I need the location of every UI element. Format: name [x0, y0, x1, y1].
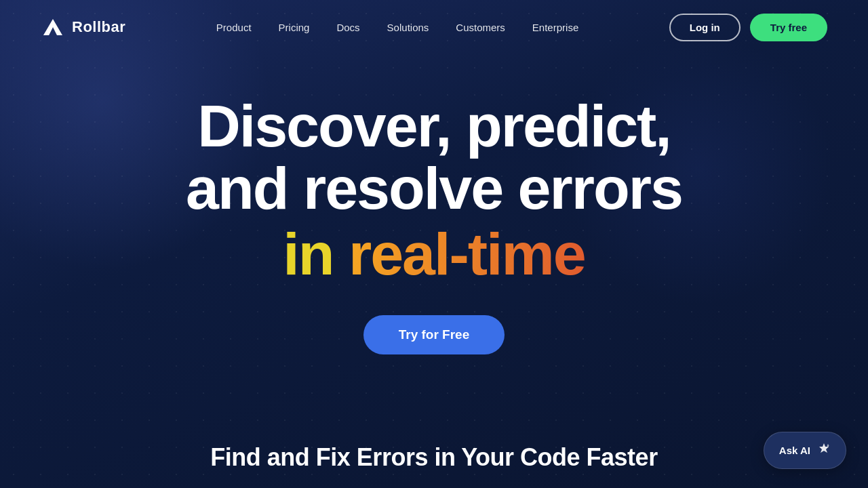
nav-link-docs[interactable]: Docs [326, 16, 370, 39]
ask-ai-label: Ask AI [779, 445, 810, 456]
headline-line2: and resolve errors [186, 155, 682, 222]
login-button[interactable]: Log in [669, 14, 741, 41]
try-free-button[interactable]: Try free [750, 14, 827, 41]
hero-cta: Try for Free [363, 315, 505, 354]
logo[interactable]: Rollbar [41, 15, 125, 39]
bottom-section: Find and Fix Errors in Your Code Faster [0, 443, 868, 488]
headline-in: in [283, 220, 349, 287]
svg-marker-1 [43, 27, 53, 35]
navbar: Rollbar Product Pricing Docs Solutions C… [0, 0, 868, 54]
hero-section: Discover, predict, and resolve errors in… [0, 54, 868, 354]
bottom-headline: Find and Fix Errors in Your Code Faster [0, 443, 868, 472]
try-for-free-button[interactable]: Try for Free [363, 315, 505, 354]
nav-link-customers[interactable]: Customers [445, 16, 516, 39]
nav-link-enterprise[interactable]: Enterprise [521, 16, 589, 39]
nav-link-product[interactable]: Product [205, 16, 262, 39]
nav-link-pricing[interactable]: Pricing [268, 16, 321, 39]
logo-text: Rollbar [72, 18, 125, 36]
nav-actions: Log in Try free [669, 14, 827, 41]
hero-headline: Discover, predict, and resolve errors in… [186, 95, 682, 285]
headline-line1: Discover, predict, [197, 92, 671, 159]
headline-realtime: real-time [349, 220, 585, 287]
headline-line3: in real-time [186, 223, 682, 285]
rollbar-logo-icon [41, 15, 65, 39]
page-wrapper: Rollbar Product Pricing Docs Solutions C… [0, 0, 868, 488]
nav-link-solutions[interactable]: Solutions [376, 16, 440, 39]
ask-ai-icon [817, 442, 831, 459]
nav-links: Product Pricing Docs Solutions Customers… [205, 16, 589, 39]
ask-ai-widget[interactable]: Ask AI [764, 432, 846, 469]
